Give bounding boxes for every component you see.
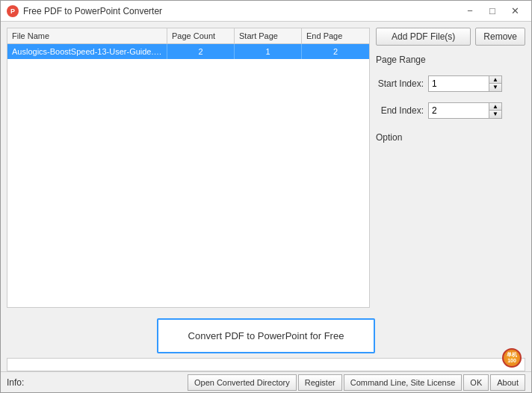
end-index-spinner[interactable]: ▲ ▼	[428, 102, 502, 119]
table-body: Auslogics-BoostSpeed-13-User-Guide.pdf 2…	[7, 44, 369, 268]
end-index-down[interactable]: ▼	[489, 111, 501, 118]
page-range-label: Page Range	[376, 55, 525, 65]
minimize-button[interactable]: −	[460, 4, 480, 19]
open-converted-directory-button[interactable]: Open Converted Directory	[188, 374, 297, 391]
file-table: File Name Page Count Start Page End Page…	[7, 28, 370, 308]
convert-button[interactable]: Convert PDF to PowerPoint for Free	[157, 318, 376, 353]
title-bar: P Free PDF to PowerPoint Converter − □ ✕	[1, 1, 531, 22]
status-bar: Info: Open Converted Directory Register …	[1, 371, 531, 392]
main-window: P Free PDF to PowerPoint Converter − □ ✕…	[0, 0, 532, 393]
cell-startpage: 1	[235, 44, 302, 59]
start-index-spinner[interactable]: ▲ ▼	[428, 75, 502, 92]
start-index-input[interactable]	[429, 76, 489, 91]
end-index-input[interactable]	[429, 103, 489, 118]
cell-pagecount: 2	[167, 44, 235, 59]
remove-button[interactable]: Remove	[475, 28, 525, 46]
end-index-up[interactable]: ▲	[489, 103, 501, 111]
col-startpage: Start Page	[235, 28, 302, 43]
cell-endpage: 2	[302, 44, 369, 59]
start-index-label: Start Index:	[376, 78, 428, 89]
option-label: Option	[376, 132, 525, 143]
content-area: File Name Page Count Start Page End Page…	[1, 22, 531, 314]
status-buttons: Open Converted Directory Register Comman…	[188, 374, 525, 391]
convert-area: Convert PDF to PowerPoint for Free	[1, 314, 531, 358]
right-panel: Add PDF File(s) Remove Page Range Start …	[376, 28, 525, 308]
add-pdf-button[interactable]: Add PDF File(s)	[376, 28, 471, 46]
start-index-spinbtns: ▲ ▼	[489, 76, 501, 91]
end-index-row: End Index: ▲ ▼	[376, 102, 525, 119]
info-label: Info:	[7, 377, 24, 388]
end-index-spinbtns: ▲ ▼	[489, 103, 501, 118]
start-index-up[interactable]: ▲	[489, 76, 501, 84]
close-button[interactable]: ✕	[504, 4, 525, 19]
register-button[interactable]: Register	[298, 374, 342, 391]
col-pagecount: Page Count	[167, 28, 235, 43]
table-header: File Name Page Count Start Page End Page	[7, 28, 369, 44]
start-index-down[interactable]: ▼	[489, 84, 501, 91]
title-bar-left: P Free PDF to PowerPoint Converter	[7, 5, 162, 17]
left-panel: File Name Page Count Start Page End Page…	[7, 28, 370, 308]
progress-bar	[7, 358, 525, 371]
start-index-row: Start Index: ▲ ▼	[376, 75, 525, 92]
top-buttons: Add PDF File(s) Remove	[376, 28, 525, 46]
col-filename: File Name	[7, 28, 167, 43]
ok-button[interactable]: OK	[463, 374, 489, 391]
command-line-button[interactable]: Command Line, Site License	[344, 374, 463, 391]
table-row[interactable]: Auslogics-BoostSpeed-13-User-Guide.pdf 2…	[7, 44, 369, 59]
maximize-button[interactable]: □	[482, 4, 503, 19]
title-buttons: − □ ✕	[460, 4, 525, 19]
cell-filename: Auslogics-BoostSpeed-13-User-Guide.pdf	[7, 44, 167, 59]
app-icon: P	[7, 5, 19, 17]
about-button[interactable]: About	[490, 374, 525, 391]
status-info: Info:	[7, 377, 24, 388]
window-title: Free PDF to PowerPoint Converter	[23, 6, 162, 16]
end-index-label: End Index:	[376, 105, 428, 116]
col-endpage: End Page	[302, 28, 369, 43]
